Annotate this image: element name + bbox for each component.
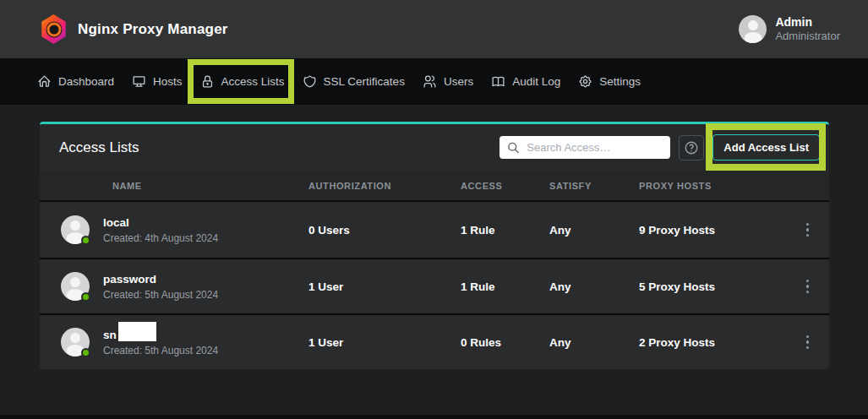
row-avatar	[61, 272, 90, 301]
column-header-proxy-hosts: PROXY HOSTS	[639, 181, 786, 191]
search-box	[500, 136, 670, 159]
name-cell: password Created: 5th August 2024	[40, 272, 308, 301]
nav-item-dashboard[interactable]: Dashboard	[37, 74, 114, 89]
add-access-list-button[interactable]: Add Access List	[712, 134, 820, 161]
proxy-hosts-cell: 5 Proxy Hosts	[639, 280, 786, 293]
status-dot	[81, 292, 90, 302]
nav-item-users[interactable]: Users	[423, 74, 473, 89]
add-access-list-wrap: Add Access List	[712, 134, 820, 161]
user-name: Admin	[775, 15, 840, 30]
satisfy-cell: Any	[549, 280, 639, 293]
panel-header: Access Lists Add Access List	[40, 124, 829, 171]
users-icon	[423, 74, 437, 89]
nav-item-settings[interactable]: Settings	[578, 74, 641, 89]
row-actions-menu-icon[interactable]	[801, 218, 815, 242]
nav-label: Dashboard	[58, 75, 114, 88]
created-date: Created: 4th August 2024	[103, 232, 218, 244]
row-avatar	[61, 328, 90, 356]
nav-item-audit-log[interactable]: Audit Log	[491, 74, 560, 89]
monitor-icon	[132, 74, 146, 89]
nav-item-ssl-certificates[interactable]: SSL Certificates	[303, 74, 405, 89]
gear-icon	[578, 74, 592, 89]
name-cell: local Created: 4th August 2024	[40, 215, 308, 244]
proxy-hosts-cell: 2 Proxy Hosts	[639, 336, 786, 349]
status-dot	[81, 236, 90, 245]
user-avatar[interactable]	[739, 15, 767, 43]
access-list-name: password	[103, 272, 218, 287]
app-logo-icon	[41, 14, 67, 44]
created-date: Created: 5th August 2024	[103, 289, 218, 301]
name-cell: sn Created: 5th August 2024	[40, 328, 308, 356]
search-input[interactable]	[500, 136, 670, 159]
shield-icon	[303, 74, 317, 89]
lock-icon	[200, 74, 215, 89]
row-actions-menu-icon[interactable]	[801, 275, 815, 299]
satisfy-cell: Any	[549, 224, 639, 237]
access-cell: 1 Rule	[461, 224, 549, 237]
page-title: Access Lists	[59, 139, 139, 156]
main-nav: Dashboard Hosts Access Lists SSL Certifi…	[0, 58, 868, 105]
authorization-cell: 1 User	[308, 336, 461, 349]
redaction-box	[118, 322, 156, 341]
nav-label: Audit Log	[512, 75, 560, 88]
book-icon	[491, 74, 505, 89]
app-header: Nginx Proxy Manager Admin Administrator	[0, 0, 868, 58]
access-cell: 1 Rule	[461, 280, 549, 293]
access-lists-panel: Access Lists Add Access List NAME AUTHOR…	[40, 122, 829, 369]
help-circle-icon	[684, 140, 699, 155]
column-header-access: ACCESS	[461, 181, 549, 191]
access-cell: 0 Rules	[461, 336, 549, 349]
table-row[interactable]: local Created: 4th August 2024 0 Users 1…	[40, 202, 829, 258]
user-menu[interactable]: Admin Administrator	[739, 15, 840, 43]
nav-label: Users	[444, 75, 473, 88]
nav-label: SSL Certificates	[324, 75, 405, 88]
column-header-authorization: AUTHORIZATION	[308, 181, 461, 191]
user-role: Administrator	[775, 30, 840, 43]
row-avatar	[61, 215, 90, 244]
table-row[interactable]: password Created: 5th August 2024 1 User…	[40, 258, 829, 313]
table-row[interactable]: sn Created: 5th August 2024 1 User 0 Rul…	[40, 313, 829, 369]
nav-item-access-lists[interactable]: Access Lists	[200, 74, 285, 89]
proxy-hosts-cell: 9 Proxy Hosts	[639, 224, 786, 237]
nav-label: Hosts	[153, 75, 183, 88]
app-title: Nginx Proxy Manager	[78, 21, 228, 38]
created-date: Created: 5th August 2024	[103, 345, 218, 356]
access-list-name: local	[103, 215, 218, 231]
bottom-edge-strip	[0, 415, 868, 419]
satisfy-cell: Any	[549, 336, 639, 349]
nav-label: Settings	[599, 75, 641, 88]
column-header-name: NAME	[40, 181, 308, 191]
table-header: NAME AUTHORIZATION ACCESS SATISFY PROXY …	[40, 171, 829, 202]
authorization-cell: 1 User	[308, 280, 461, 293]
row-actions-menu-icon[interactable]	[801, 330, 815, 355]
home-icon	[37, 74, 52, 89]
column-header-satisfy: SATISFY	[549, 181, 639, 191]
help-button[interactable]	[679, 135, 704, 161]
status-dot	[81, 348, 90, 357]
authorization-cell: 0 Users	[308, 224, 461, 237]
nav-label: Access Lists	[221, 75, 285, 88]
nav-item-hosts[interactable]: Hosts	[132, 74, 183, 89]
